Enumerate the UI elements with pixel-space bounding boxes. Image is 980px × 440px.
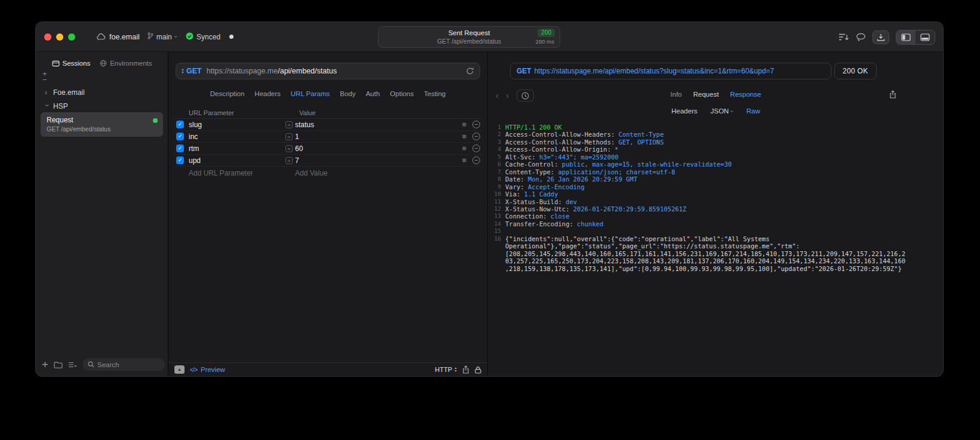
param-row-inc: ✓inc=1≡− — [174, 131, 481, 143]
expand-editor-icon[interactable]: ▲ — [174, 365, 185, 374]
sent-request-summary[interactable]: Sent Request 200 GET /api/embed/status 2… — [378, 26, 560, 48]
toggle-bottom-panel-icon[interactable] — [916, 30, 935, 44]
request-tab-body[interactable]: Body — [340, 90, 355, 97]
preview-button[interactable]: </> Preview — [190, 366, 225, 373]
line-number: 14 — [491, 220, 501, 227]
response-subtab-raw[interactable]: Raw — [746, 107, 760, 115]
chevron-down-icon[interactable]: › — [43, 104, 51, 108]
sidebar-list-controls: + − — [42, 71, 47, 83]
protocol-selector[interactable]: HTTP — [435, 366, 457, 373]
sort-filter-icon[interactable] — [838, 33, 849, 41]
subtab-label: JSON — [711, 107, 729, 115]
minimize-window-button[interactable] — [56, 33, 63, 41]
response-tab-info[interactable]: Info — [671, 91, 682, 98]
add-request-icon[interactable] — [42, 361, 48, 368]
branch-selector[interactable]: main › — [148, 32, 177, 41]
param-value-field[interactable]: 60 — [295, 144, 462, 153]
line-number: 9 — [491, 183, 501, 190]
drag-handle-icon[interactable]: ≡ — [462, 133, 466, 140]
response-subtab-json[interactable]: JSON› — [711, 107, 733, 115]
add-param-row[interactable]: Add URL Parameter Add Value — [174, 168, 481, 180]
line-content: Cache-Control: public, max-age=15, stale… — [505, 161, 906, 168]
param-enabled-checkbox[interactable]: ✓ — [176, 133, 184, 140]
subtab-label: Headers — [671, 107, 697, 115]
export-response-icon[interactable] — [889, 90, 896, 99]
lasso-icon[interactable] — [856, 33, 866, 42]
request-duration: 280 ms — [536, 38, 554, 45]
zoom-window-button[interactable] — [68, 33, 75, 41]
drag-handle-icon[interactable]: ≡ — [462, 144, 466, 152]
sidebar-remove-button[interactable]: − — [42, 77, 47, 83]
drag-handle-icon[interactable]: ≡ — [462, 121, 466, 128]
remove-param-icon[interactable]: − — [472, 121, 480, 128]
method-selector[interactable]: GET — [182, 67, 202, 75]
line-number: 8 — [491, 176, 501, 183]
response-request-url[interactable]: GET https://statuspage.me/api/embed/stat… — [510, 63, 831, 79]
param-row-upd: ✓upd=7≡− — [174, 155, 481, 167]
param-name-field[interactable]: slug — [189, 121, 285, 129]
subtab-label: Raw — [746, 107, 760, 115]
protocol-dropdown-icon — [454, 367, 457, 372]
param-name-field[interactable]: inc — [189, 133, 285, 141]
param-name-field[interactable]: upd — [189, 156, 285, 165]
project-menu[interactable]: foe.email — [97, 33, 140, 41]
add-url-parameter-placeholder[interactable]: Add URL Parameter — [189, 169, 253, 177]
sidebar-tab-environments[interactable]: Environments — [100, 60, 152, 67]
add-value-placeholder[interactable]: Add Value — [295, 169, 328, 177]
request-tab-auth[interactable]: Auth — [365, 90, 380, 97]
line-content: Date: Mon, 26 Jan 2026 20:29:59 GMT — [505, 176, 906, 183]
layout-toggle-group — [896, 30, 935, 45]
response-panel: GET https://statuspage.me/api/embed/stat… — [489, 52, 943, 376]
request-tab-options[interactable]: Options — [390, 90, 414, 97]
sent-request-subtitle: GET /api/embed/status — [437, 38, 501, 45]
response-tab-response[interactable]: Response — [730, 91, 761, 98]
request-tab-headers[interactable]: Headers — [254, 90, 280, 97]
share-icon[interactable] — [462, 365, 469, 374]
param-enabled-checkbox[interactable]: ✓ — [176, 156, 184, 164]
line-number: 7 — [491, 168, 501, 176]
sidebar-tab-label: Sessions — [63, 60, 91, 67]
response-tab-request[interactable]: Request — [693, 91, 719, 98]
request-tabs: DescriptionHeadersURL ParamsBodyAuthOpti… — [168, 90, 487, 97]
remove-param-icon[interactable]: − — [472, 133, 480, 140]
new-folder-icon[interactable] — [54, 361, 63, 368]
import-tray-icon[interactable] — [873, 30, 889, 44]
code-line: 5Alt-Svc: h3=":443"; ma=2592000 — [491, 153, 906, 161]
remove-param-icon[interactable]: − — [472, 144, 480, 152]
param-value-field[interactable]: 1 — [295, 133, 462, 141]
request-list-item[interactable]: Request GET /api/embed/status — [41, 112, 163, 137]
param-enabled-checkbox[interactable]: ✓ — [176, 121, 184, 128]
request-url-text[interactable]: https://statuspage.me/api/embed/status — [207, 67, 337, 75]
list-view-icon[interactable] — [68, 362, 77, 368]
param-name-field[interactable]: rtm — [189, 144, 285, 153]
resend-request-icon[interactable] — [466, 67, 474, 75]
cloud-icon — [97, 33, 106, 40]
line-number: 1 — [491, 124, 501, 131]
param-value-field[interactable]: 7 — [295, 156, 462, 165]
request-tab-description[interactable]: Description — [210, 90, 245, 97]
chevron-right-icon[interactable]: › — [45, 88, 49, 97]
equals-icon: = — [285, 157, 293, 164]
toggle-sidebar-icon[interactable] — [896, 30, 916, 44]
request-tab-url-params[interactable]: URL Params — [291, 90, 330, 97]
tree-item-hsp[interactable]: ›HSP — [42, 99, 162, 113]
request-url-bar[interactable]: GET https://statuspage.me/api/embed/stat… — [176, 63, 480, 79]
line-content: Transfer-Encoding: chunked — [505, 220, 906, 227]
line-content: Access-Control-Allow-Origin: * — [505, 146, 906, 153]
tree-item-foe-email[interactable]: ›Foe.email — [42, 85, 162, 99]
drag-handle-icon[interactable]: ≡ — [462, 156, 466, 164]
search-input[interactable]: Search — [82, 358, 165, 371]
response-code: 1HTTP/1.1 200 OK2Access-Control-Allow-He… — [491, 124, 906, 272]
response-subtab-headers[interactable]: Headers — [671, 107, 697, 115]
request-tab-testing[interactable]: Testing — [424, 90, 446, 97]
line-number: 15 — [491, 227, 501, 235]
remove-param-icon[interactable]: − — [472, 156, 480, 164]
code-line: 4Access-Control-Allow-Origin: * — [491, 146, 906, 153]
line-content: Connection: close — [505, 213, 906, 220]
sync-status[interactable]: Synced — [186, 32, 220, 42]
sidebar-tab-sessions[interactable]: Sessions — [52, 60, 91, 67]
param-value-field[interactable]: status — [295, 121, 462, 129]
param-enabled-checkbox[interactable]: ✓ — [176, 144, 184, 152]
close-window-button[interactable] — [44, 33, 51, 41]
lock-icon[interactable] — [475, 366, 481, 374]
